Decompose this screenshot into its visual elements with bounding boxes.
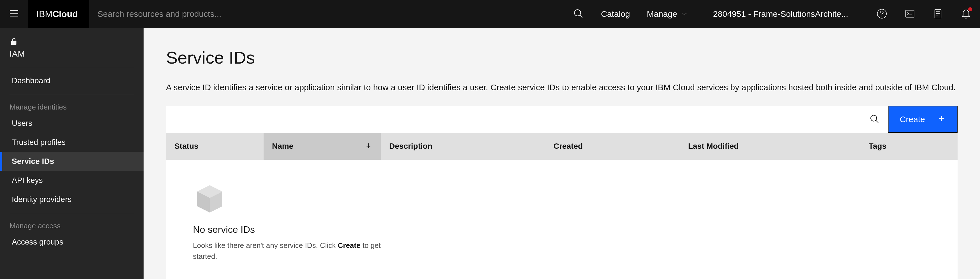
column-label: Status xyxy=(174,142,199,151)
sidebar-item-label: Access groups xyxy=(12,238,64,247)
separator xyxy=(10,213,134,213)
hamburger-icon xyxy=(8,8,20,20)
svg-point-0 xyxy=(877,9,887,18)
page-description: A service ID identifies a service or app… xyxy=(166,81,958,94)
column-label: Description xyxy=(389,142,433,151)
sidebar-item-service-ids[interactable]: Service IDs xyxy=(0,152,143,171)
create-button[interactable]: Create xyxy=(888,106,958,133)
svg-rect-2 xyxy=(935,10,941,18)
sidebar-service-title: IAM xyxy=(0,33,143,63)
search-icon xyxy=(870,114,879,125)
page-title: Service IDs xyxy=(166,48,958,68)
help-button[interactable] xyxy=(868,0,896,28)
sidebar-item-label: API keys xyxy=(12,176,43,185)
sidebar-item-api-keys[interactable]: API keys xyxy=(0,171,143,190)
brand-suffix: Cloud xyxy=(52,9,78,19)
lock-icon xyxy=(10,36,18,47)
sidebar-item-users[interactable]: Users xyxy=(0,114,143,133)
column-description[interactable]: Description xyxy=(381,133,545,160)
terminal-icon xyxy=(904,8,915,20)
sidebar-item-label: Identity providers xyxy=(12,195,72,204)
table-body: No service IDs Looks like there aren't a… xyxy=(166,160,958,279)
column-status[interactable]: Status xyxy=(166,133,264,160)
catalog-link[interactable]: Catalog xyxy=(592,0,638,28)
sidebar-group-access: Manage access xyxy=(0,217,143,233)
catalog-label: Catalog xyxy=(601,9,630,19)
document-icon xyxy=(932,8,943,20)
help-icon xyxy=(876,8,888,20)
sidebar-item-label: Trusted profiles xyxy=(12,138,65,147)
search-input[interactable] xyxy=(89,0,565,28)
account-switcher[interactable]: 2804951 - Frame-SolutionsArchite... xyxy=(696,0,868,28)
sidebar-item-label: Dashboard xyxy=(12,76,50,85)
column-label: Created xyxy=(554,142,583,151)
table-header: Status Name Description Created Last Mod… xyxy=(166,133,958,160)
sidebar: IAM Dashboard Manage identities Users Tr… xyxy=(0,28,143,279)
empty-state-text: Looks like there aren't any service IDs.… xyxy=(193,240,395,262)
sort-descending-icon xyxy=(364,142,372,150)
column-created[interactable]: Created xyxy=(545,133,680,160)
main-content: Service IDs A service ID identifies a se… xyxy=(143,28,980,279)
column-label: Name xyxy=(272,142,293,151)
sidebar-group-identities: Manage identities xyxy=(0,98,143,114)
sidebar-item-label: Users xyxy=(12,119,32,128)
table-search-button[interactable] xyxy=(861,106,888,133)
empty-state: No service IDs Looks like there aren't a… xyxy=(193,182,395,262)
brand-logo[interactable]: IBM Cloud xyxy=(28,0,89,28)
sidebar-item-identity-providers[interactable]: Identity providers xyxy=(0,190,143,209)
search-button[interactable] xyxy=(565,0,592,28)
account-label: 2804951 - Frame-SolutionsArchite... xyxy=(713,9,848,19)
search-icon xyxy=(573,9,584,20)
sidebar-item-access-groups[interactable]: Access groups xyxy=(0,233,143,252)
box-icon xyxy=(193,182,395,216)
global-header: IBM Cloud Catalog Manage 2804951 - Frame… xyxy=(0,0,980,28)
brand-prefix: IBM xyxy=(37,9,52,19)
cost-estimator-button[interactable] xyxy=(924,0,952,28)
separator xyxy=(10,67,134,67)
sidebar-item-label: Service IDs xyxy=(12,157,54,166)
empty-text-bold: Create xyxy=(338,241,361,250)
svg-rect-1 xyxy=(906,10,914,17)
notifications-button[interactable] xyxy=(952,0,980,28)
empty-state-title: No service IDs xyxy=(193,224,395,235)
manage-label: Manage xyxy=(647,9,677,19)
table-toolbar: Create xyxy=(166,106,958,133)
sidebar-item-trusted-profiles[interactable]: Trusted profiles xyxy=(0,133,143,152)
menu-toggle-button[interactable] xyxy=(0,0,28,28)
sidebar-service-label: IAM xyxy=(10,49,25,59)
column-name[interactable]: Name xyxy=(264,133,381,160)
search-container xyxy=(89,0,593,28)
sidebar-item-dashboard[interactable]: Dashboard xyxy=(0,71,143,90)
column-label: Tags xyxy=(869,142,886,151)
plus-icon xyxy=(937,114,946,125)
notification-dot-icon xyxy=(968,7,972,11)
create-button-label: Create xyxy=(900,114,925,124)
manage-menu[interactable]: Manage xyxy=(638,0,696,28)
empty-text-before: Looks like there aren't any service IDs.… xyxy=(193,241,338,250)
column-last-modified[interactable]: Last Modified xyxy=(680,133,860,160)
toolbar-spacer xyxy=(166,106,861,133)
column-tags[interactable]: Tags xyxy=(860,133,958,160)
shell-button[interactable] xyxy=(896,0,924,28)
column-label: Last Modified xyxy=(688,142,738,151)
chevron-down-icon xyxy=(681,11,688,17)
